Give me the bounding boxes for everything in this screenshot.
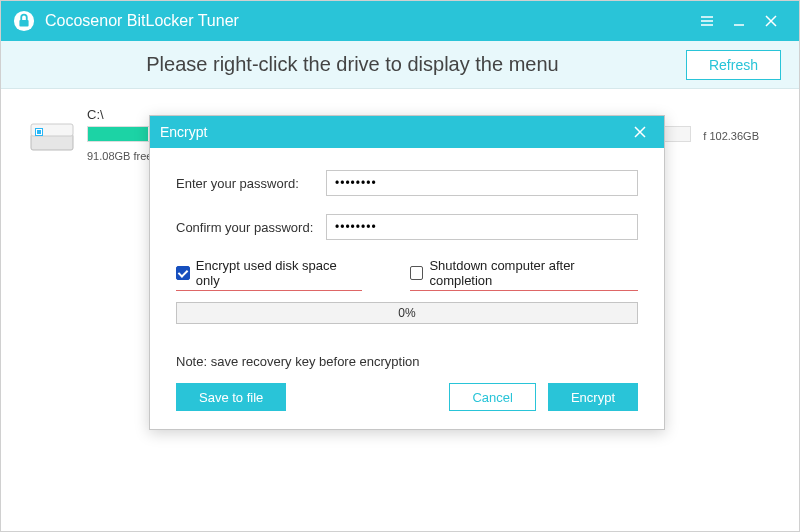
confirm-password-label: Confirm your password: [176,220,326,235]
dialog-header: Encrypt [150,116,664,148]
cancel-button[interactable]: Cancel [449,383,535,411]
checkbox-unchecked-icon [410,266,424,280]
encrypt-used-space-label: Encrypt used disk space only [196,258,362,288]
encrypt-button[interactable]: Encrypt [548,383,638,411]
confirm-password-input[interactable] [326,214,638,240]
dialog-title: Encrypt [160,124,207,140]
encrypt-used-space-option[interactable]: Encrypt used disk space only [176,258,362,288]
note-text: Note: save recovery key before encryptio… [176,354,638,369]
encrypt-dialog: Encrypt Enter your password: Confirm you… [149,115,665,430]
enter-password-input[interactable] [326,170,638,196]
red-underline [410,290,638,292]
enter-password-label: Enter your password: [176,176,326,191]
progress-bar: 0% [176,302,638,324]
shutdown-after-option[interactable]: Shutdown computer after completion [410,258,638,288]
save-to-file-button[interactable]: Save to file [176,383,286,411]
checkbox-checked-icon [176,266,190,280]
progress-text: 0% [177,306,637,320]
modal-overlay: Encrypt Enter your password: Confirm you… [1,1,799,531]
dialog-close-icon[interactable] [626,118,654,146]
shutdown-after-label: Shutdown computer after completion [429,258,638,288]
red-underline [176,290,362,292]
